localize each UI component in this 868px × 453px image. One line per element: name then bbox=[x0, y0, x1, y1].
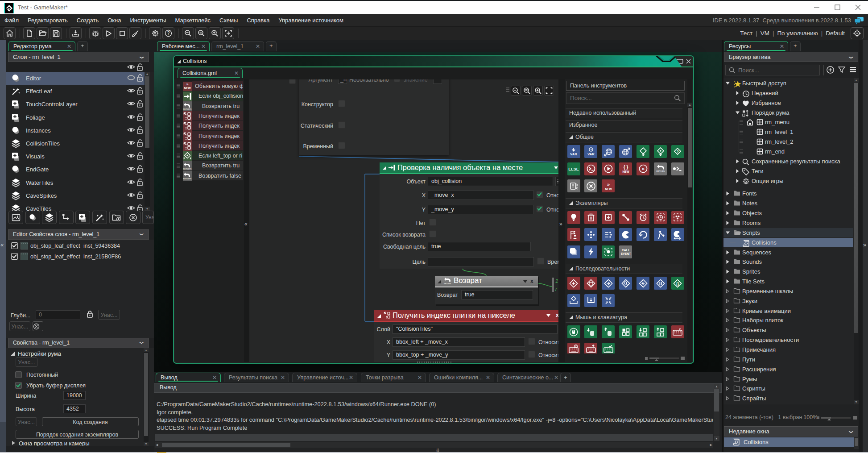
add-path-layer-button[interactable] bbox=[59, 211, 74, 224]
x-relative-checkbox[interactable] bbox=[536, 191, 543, 198]
expander-icon[interactable] bbox=[726, 318, 729, 322]
canvas-zoom-reset-button[interactable] bbox=[522, 86, 532, 96]
expander-icon[interactable] bbox=[726, 357, 729, 362]
expander-icon[interactable] bbox=[726, 367, 729, 371]
tab-collisions-gml[interactable]: Collisions.gml✕ bbox=[178, 68, 243, 78]
tree-item-Скрипты[interactable]: Скрипты bbox=[723, 384, 853, 394]
scroll-left-icon[interactable]: ◀ bbox=[156, 443, 158, 447]
tree-item-Collisions[interactable]: Collisions bbox=[723, 238, 853, 248]
toolbox-icon-boxdown[interactable] bbox=[602, 211, 615, 224]
layer-visibility-icon[interactable] bbox=[127, 100, 136, 108]
layer-visibility-icon[interactable] bbox=[127, 191, 136, 199]
toolbox-icon-diaarrow[interactable] bbox=[602, 277, 615, 290]
toolbox-icon-mousedown[interactable] bbox=[584, 325, 597, 338]
tree-item-Объекты[interactable]: Объекты bbox=[723, 325, 853, 335]
toolbar-zoomout-button[interactable] bbox=[182, 27, 194, 39]
layer-lock-icon[interactable] bbox=[136, 100, 144, 108]
tree-item-Недавний[interactable]: Недавний bbox=[723, 88, 853, 98]
feedback-chat-icon[interactable] bbox=[854, 16, 864, 25]
toolbox-icon-vardown[interactable]: VAR bbox=[567, 145, 580, 158]
x-relative-checkbox[interactable] bbox=[528, 338, 535, 345]
all-layers-lock-icon[interactable] bbox=[136, 63, 144, 72]
action-row-9[interactable]: RETURN Возвратить false bbox=[182, 171, 243, 181]
toolbox-icon-diatrash[interactable] bbox=[584, 277, 597, 290]
tree-item-Пути[interactable]: Пути bbox=[723, 355, 853, 365]
toolbox-size-slider[interactable] bbox=[645, 356, 685, 361]
action-row-3[interactable]: Получить индек bbox=[182, 111, 243, 121]
add-folder-layer-button[interactable] bbox=[109, 211, 124, 224]
layers-scrollbar[interactable]: ▲ ▼ bbox=[145, 72, 150, 211]
add-asset-layer-button[interactable] bbox=[75, 211, 90, 224]
action-row-2[interactable]: RETURN Возвратить tru bbox=[182, 101, 243, 111]
height-input[interactable]: 4352 bbox=[63, 404, 86, 413]
toolbox-icon-diamag[interactable] bbox=[619, 277, 632, 290]
toolbar-stop-button[interactable] bbox=[116, 27, 128, 39]
tree-item-Rooms[interactable]: Rooms bbox=[723, 218, 853, 228]
tile-index-node[interactable]: Получить индекс плитки на пикселе x Слой… bbox=[374, 310, 558, 362]
asset-browser-combo[interactable]: Браузер актива⌄ bbox=[724, 52, 858, 62]
layer-lock-icon[interactable] bbox=[136, 165, 144, 174]
expander-icon[interactable] bbox=[726, 279, 729, 283]
check-object-node[interactable]: Проверка наличия объекта на месте Объект… bbox=[380, 162, 558, 269]
output-vscrollbar[interactable]: ▲ ▼ bbox=[714, 384, 719, 441]
instance-checkbox[interactable] bbox=[11, 242, 18, 249]
drag-handle-icon[interactable] bbox=[177, 114, 180, 118]
tree-item-Примечания[interactable]: Примечания bbox=[723, 345, 853, 355]
tree-item-Сохраненные результаты поиска[interactable]: Сохраненные результаты поиска bbox=[723, 157, 853, 166]
menu-7[interactable]: Справка bbox=[242, 14, 274, 27]
close-icon[interactable]: ✕ bbox=[212, 374, 217, 381]
free-target-input[interactable]: true bbox=[428, 242, 531, 251]
expander-icon[interactable] bbox=[726, 250, 729, 254]
value-input[interactable] bbox=[433, 79, 442, 84]
expander-icon[interactable] bbox=[726, 387, 729, 391]
add-bg-layer-button[interactable] bbox=[8, 211, 23, 224]
expander-icon[interactable] bbox=[726, 348, 729, 352]
tab-resources[interactable]: Ресурсы✕ bbox=[724, 41, 788, 51]
drag-handle-icon[interactable] bbox=[177, 174, 180, 178]
chevron-down-icon[interactable] bbox=[523, 280, 527, 283]
expander-icon[interactable] bbox=[736, 159, 739, 163]
toolbox-icon-pacarrow[interactable] bbox=[671, 228, 684, 241]
expander-icon[interactable] bbox=[726, 270, 729, 274]
action-row-8[interactable]: RETURN Возвратить tru bbox=[182, 161, 243, 170]
config-2[interactable]: По умолчанию bbox=[777, 30, 818, 37]
toolbar-open-button[interactable] bbox=[37, 27, 49, 39]
target-device-button[interactable] bbox=[851, 27, 864, 39]
drag-handle-icon[interactable] bbox=[177, 124, 180, 128]
toolbox-icon-sqdown[interactable] bbox=[637, 325, 649, 338]
output-tab-1[interactable]: Результаты поиска✕ bbox=[224, 373, 289, 382]
output-tab-4[interactable]: Ошибки компиля...✕ bbox=[429, 373, 494, 382]
layer-input[interactable]: "CollisionTiles" bbox=[393, 324, 558, 334]
depth-lock-icon[interactable] bbox=[87, 310, 93, 318]
layer-visibility-icon[interactable] bbox=[127, 113, 136, 121]
close-icon[interactable]: x bbox=[530, 278, 533, 284]
output-hscrollbar[interactable]: ◀ ▶ bbox=[155, 442, 713, 448]
close-icon[interactable]: ✕ bbox=[256, 43, 260, 50]
toolbox-icon-mousecirc[interactable] bbox=[567, 325, 580, 338]
toolbar-debug-button[interactable] bbox=[89, 27, 101, 39]
room-props-scrollbar[interactable]: ▲ ▼ bbox=[144, 348, 149, 446]
output-tab-2[interactable]: Управление источ...✕ bbox=[292, 373, 357, 382]
object-input[interactable]: obj_collision bbox=[428, 177, 553, 186]
drag-handle-icon[interactable] bbox=[177, 94, 180, 98]
layer-lock-icon[interactable] bbox=[136, 113, 144, 122]
action-panel-collapse[interactable]: « bbox=[244, 79, 249, 362]
expander-icon[interactable] bbox=[726, 328, 729, 332]
layer-row-Foliage[interactable]: Foliage bbox=[6, 111, 145, 124]
close-icon[interactable]: ✕ bbox=[349, 374, 353, 381]
expander-icon[interactable] bbox=[726, 396, 729, 400]
tree-item-Расширения[interactable]: Расширения bbox=[723, 365, 853, 374]
add-del-layer-button[interactable] bbox=[126, 211, 141, 224]
maximize-button[interactable] bbox=[827, 1, 847, 14]
layer-row-Instances[interactable]: Instances bbox=[6, 124, 145, 137]
instance-row[interactable]: obj_stop_leaf_effect inst_59436384 bbox=[6, 241, 151, 252]
chevron-down-icon[interactable] bbox=[554, 166, 558, 169]
toolbox-icon-trash[interactable] bbox=[584, 211, 597, 224]
toolbox-icon-flag[interactable] bbox=[567, 228, 580, 241]
expander-icon[interactable] bbox=[726, 231, 730, 234]
toolbar-pack-button[interactable] bbox=[70, 27, 82, 39]
close-icon[interactable]: ✕ bbox=[486, 374, 490, 381]
output-new-tab-button[interactable]: + bbox=[560, 373, 571, 382]
tree-item-rm_level_2[interactable]: rm_level_2 bbox=[723, 137, 853, 147]
tree-item-Fonts[interactable]: Fonts bbox=[723, 189, 853, 199]
